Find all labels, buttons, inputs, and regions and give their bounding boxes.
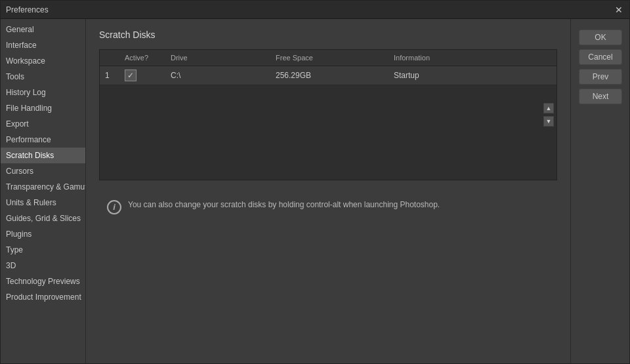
info-text: You can also change your scratch disks b… xyxy=(128,199,440,211)
row-active[interactable] xyxy=(125,70,171,81)
row-num: 1 xyxy=(105,71,125,80)
col-freespace-header: Free Space xyxy=(276,54,394,62)
row-drive: C:\ xyxy=(171,71,276,80)
scroll-up-button[interactable]: ▲ xyxy=(543,103,554,113)
sidebar: GeneralInterfaceWorkspaceToolsHistory Lo… xyxy=(1,19,86,363)
row-info: Startup xyxy=(394,71,551,80)
info-icon: i xyxy=(107,200,121,214)
page-title: Scratch Disks xyxy=(99,30,557,40)
action-buttons: OK Cancel Prev Next xyxy=(570,19,629,363)
cancel-button[interactable]: Cancel xyxy=(579,49,622,65)
active-checkbox[interactable] xyxy=(125,70,136,81)
sidebar-item-plugins[interactable]: Plugins xyxy=(1,226,85,242)
window-title: Preferences xyxy=(6,5,49,14)
sidebar-item-general[interactable]: General xyxy=(1,22,85,37)
main-content: Scratch Disks Active? Drive Free Space I… xyxy=(86,19,570,363)
sidebar-item-transparency-gamut[interactable]: Transparency & Gamut xyxy=(1,179,85,195)
sidebar-item-technology-previews[interactable]: Technology Previews xyxy=(1,273,85,289)
table-row: 1 C:\ 256.29GB Startup xyxy=(100,66,556,85)
col-active-header: Active? xyxy=(125,54,171,62)
sidebar-item-guides-grid-slices[interactable]: Guides, Grid & Slices xyxy=(1,211,85,226)
sidebar-item-export[interactable]: Export xyxy=(1,116,85,132)
sidebar-item-file-handling[interactable]: File Handling xyxy=(1,100,85,116)
scratch-disks-table: Active? Drive Free Space Information 1 C… xyxy=(99,49,557,180)
sidebar-item-interface[interactable]: Interface xyxy=(1,37,85,53)
sidebar-item-3d[interactable]: 3D xyxy=(1,258,85,273)
sidebar-item-performance[interactable]: Performance xyxy=(1,132,85,148)
sidebar-item-product-improvement[interactable]: Product Improvement xyxy=(1,289,85,305)
row-freespace: 256.29GB xyxy=(276,71,394,80)
col-drive-header: Drive xyxy=(171,54,276,62)
sidebar-item-scratch-disks[interactable]: Scratch Disks xyxy=(1,148,85,163)
prev-button[interactable]: Prev xyxy=(579,69,622,85)
sidebar-item-history-log[interactable]: History Log xyxy=(1,85,85,100)
sidebar-item-tools[interactable]: Tools xyxy=(1,69,85,85)
sidebar-item-type[interactable]: Type xyxy=(1,242,85,258)
info-box: i You can also change your scratch disks… xyxy=(99,191,557,222)
ok-button[interactable]: OK xyxy=(579,30,622,45)
next-button[interactable]: Next xyxy=(579,89,622,104)
col-info-header: Information xyxy=(394,54,551,62)
preferences-dialog: Preferences ✕ GeneralInterfaceWorkspaceT… xyxy=(0,0,630,364)
table-header: Active? Drive Free Space Information xyxy=(100,50,556,66)
sidebar-item-cursors[interactable]: Cursors xyxy=(1,163,85,179)
scroll-down-button[interactable]: ▼ xyxy=(543,116,554,127)
dialog-body: GeneralInterfaceWorkspaceToolsHistory Lo… xyxy=(1,19,629,363)
sidebar-item-workspace[interactable]: Workspace xyxy=(1,53,85,69)
scroll-arrows: ▲ ▼ xyxy=(543,103,554,127)
title-bar: Preferences ✕ xyxy=(1,1,629,19)
close-button[interactable]: ✕ xyxy=(614,5,624,15)
sidebar-item-units-rulers[interactable]: Units & Rulers xyxy=(1,195,85,211)
